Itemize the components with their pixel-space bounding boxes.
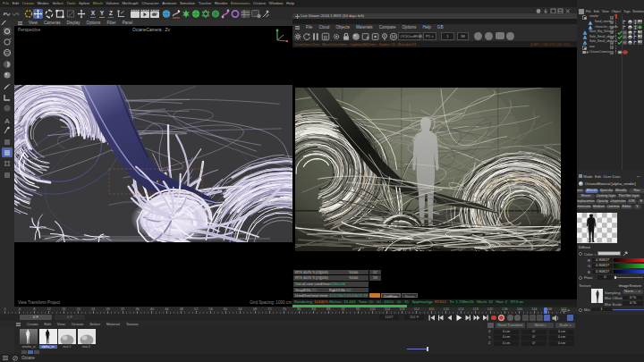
svg-text:R: R — [324, 33, 328, 39]
svg-text:Move: Move — [25, 116, 36, 122]
svg-text:M: M — [392, 34, 396, 39]
